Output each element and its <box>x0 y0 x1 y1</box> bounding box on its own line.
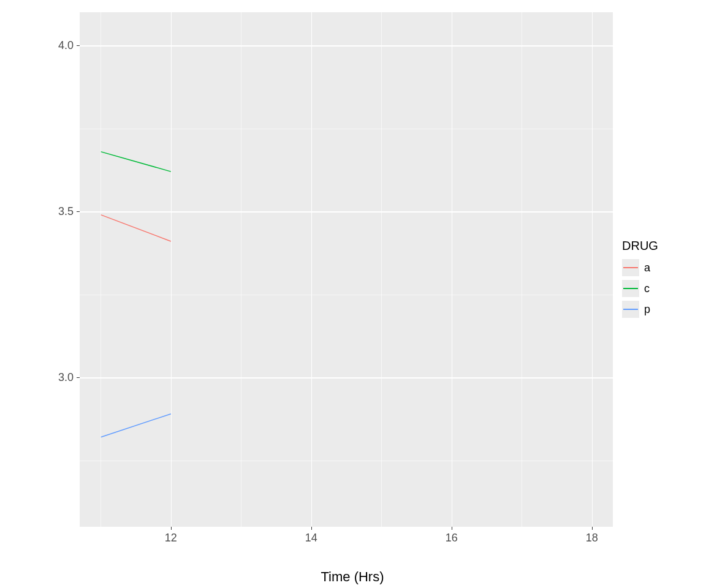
grid-line-minor-v <box>101 12 101 527</box>
y-tick-label: 3.5 <box>58 205 74 218</box>
x-tick-label: 18 <box>586 532 598 545</box>
legend-title: DRUG <box>622 239 683 253</box>
grid-line-h <box>80 377 613 379</box>
grid-line-h <box>80 211 613 213</box>
x-tick-label: 16 <box>446 532 458 545</box>
grid-line-minor-v <box>381 12 382 527</box>
legend-line-icon <box>623 288 638 289</box>
grid-line-v <box>311 12 313 527</box>
grid-line-minor-v <box>522 12 522 527</box>
grid-line-v <box>171 12 172 527</box>
y-tick-label: 3.0 <box>58 371 74 384</box>
series-line-c <box>101 152 170 172</box>
grid-line-minor-h <box>80 461 613 461</box>
legend-item-c: c <box>622 280 683 297</box>
x-tick-mark <box>311 527 312 530</box>
legend-item-p: p <box>622 301 683 318</box>
legend-item-a: a <box>622 259 683 276</box>
legend-label: a <box>644 262 650 274</box>
chart-container: Forced Expiratory Volume (1 min) Time (H… <box>15 6 689 582</box>
series-line-p <box>101 414 170 437</box>
x-tick-label: 14 <box>305 532 317 545</box>
grid-line-minor-h <box>80 295 613 295</box>
grid-line-minor-v <box>241 12 241 527</box>
y-tick-mark <box>77 45 80 46</box>
legend-items: acp <box>622 259 683 318</box>
grid-line-v <box>452 12 453 527</box>
legend: DRUG acp <box>622 239 683 322</box>
legend-key <box>622 280 639 297</box>
legend-label: c <box>644 282 650 295</box>
y-tick-mark <box>77 211 80 212</box>
grid-line-h <box>80 45 613 47</box>
plot-area <box>80 12 613 527</box>
series-line-a <box>101 215 170 241</box>
grid-line-minor-h <box>80 129 613 129</box>
legend-key <box>622 259 639 276</box>
y-tick-label: 4.0 <box>58 39 74 52</box>
y-tick-mark <box>77 377 80 378</box>
x-tick-mark <box>171 527 172 530</box>
chart-lines <box>80 12 613 527</box>
legend-line-icon <box>623 267 638 268</box>
legend-line-icon <box>623 309 638 310</box>
x-tick-label: 12 <box>165 532 177 545</box>
x-axis-label: Time (Hrs) <box>321 569 384 585</box>
legend-label: p <box>644 303 650 316</box>
x-tick-mark <box>452 527 452 530</box>
legend-key <box>622 301 639 318</box>
x-tick-mark <box>592 527 593 530</box>
grid-line-v <box>592 12 593 527</box>
